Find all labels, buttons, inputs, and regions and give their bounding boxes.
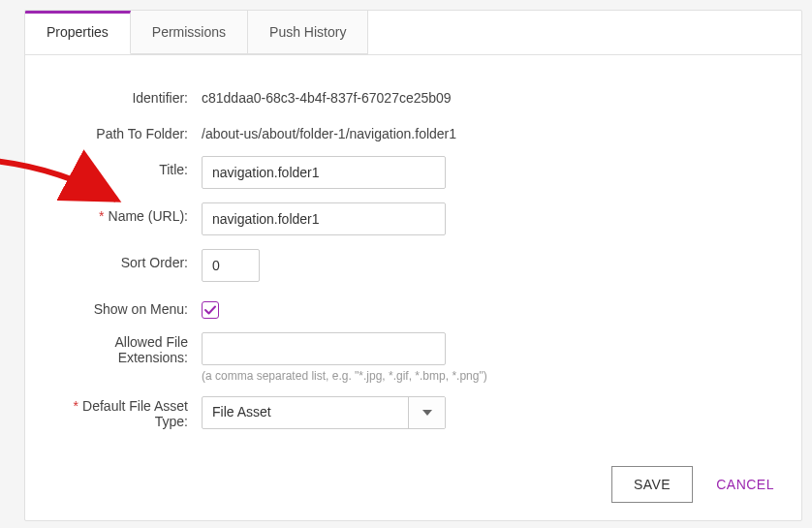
check-icon bbox=[203, 303, 217, 317]
allowed-ext-input[interactable] bbox=[202, 332, 446, 365]
required-marker: * bbox=[99, 208, 104, 224]
chevron-down-icon bbox=[408, 397, 445, 428]
sort-order-input[interactable] bbox=[202, 249, 260, 282]
path-value: /about-us/about/folder-1/navigation.fold… bbox=[202, 120, 456, 141]
required-marker: * bbox=[74, 398, 78, 414]
actions: SAVE CANCEL bbox=[611, 466, 778, 503]
tab-push-history[interactable]: Push History bbox=[248, 11, 368, 54]
sort-order-label: Sort Order: bbox=[54, 249, 202, 271]
allowed-ext-label: Allowed File Extensions: bbox=[54, 332, 202, 367]
show-on-menu-label: Show on Menu: bbox=[54, 295, 202, 318]
tabs: Properties Permissions Push History bbox=[25, 11, 801, 55]
identifier-label: Identifier: bbox=[54, 84, 202, 107]
default-asset-select[interactable]: File Asset bbox=[202, 396, 446, 429]
default-asset-label: *Default File Asset Type: bbox=[54, 396, 202, 431]
save-button[interactable]: SAVE bbox=[611, 466, 693, 503]
name-label: *Name (URL): bbox=[54, 202, 202, 225]
default-asset-value: File Asset bbox=[203, 397, 408, 428]
tab-permissions[interactable]: Permissions bbox=[131, 11, 248, 54]
name-input[interactable] bbox=[202, 202, 446, 235]
title-label: Title: bbox=[54, 156, 202, 178]
cancel-button[interactable]: CANCEL bbox=[712, 467, 778, 502]
properties-panel: Properties Permissions Push History Iden… bbox=[24, 10, 802, 521]
tab-properties[interactable]: Properties bbox=[25, 11, 131, 54]
path-label: Path To Folder: bbox=[54, 120, 202, 142]
identifier-value: c81ddaa0-68c3-4b4f-837f-67027ce25b09 bbox=[202, 84, 452, 106]
form: Identifier: c81ddaa0-68c3-4b4f-837f-6702… bbox=[25, 55, 801, 453]
allowed-ext-hint: (a comma separated list, e.g. "*.jpg, *.… bbox=[202, 369, 487, 383]
title-input[interactable] bbox=[202, 156, 446, 189]
show-on-menu-checkbox[interactable] bbox=[202, 301, 219, 319]
